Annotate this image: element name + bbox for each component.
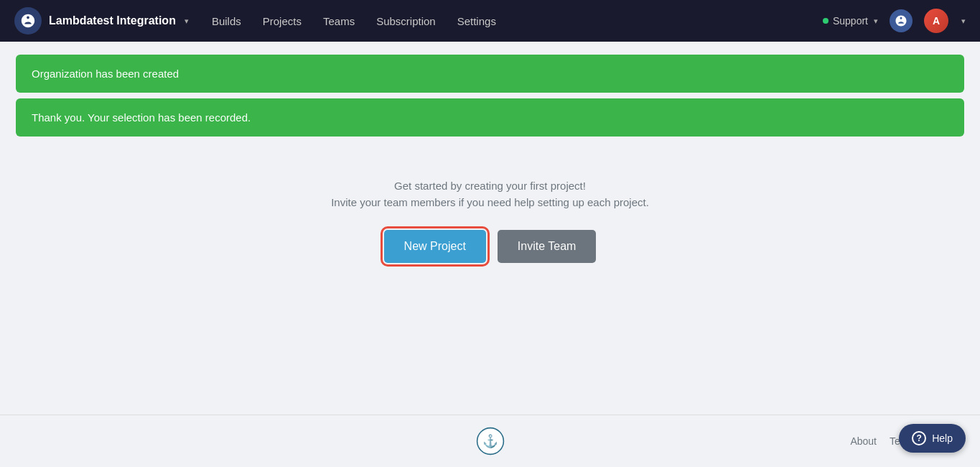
nav-user-anchor-icon[interactable] — [890, 9, 913, 32]
main-subtitle: Get started by creating your first proje… — [394, 180, 586, 192]
nav-links: Builds Projects Teams Subscription Setti… — [203, 11, 823, 32]
help-button[interactable]: ? Help — [899, 424, 966, 453]
nav-avatar[interactable]: A — [924, 9, 948, 33]
nav-link-projects[interactable]: Projects — [254, 11, 310, 32]
svg-text:⚓: ⚓ — [482, 433, 498, 449]
help-label: Help — [932, 433, 953, 444]
navbar: Lambdatest Integration ▾ Builds Projects… — [0, 0, 980, 42]
support-label: Support — [833, 15, 868, 27]
help-circle-icon: ? — [912, 431, 926, 445]
nav-brand-chevron[interactable]: ▾ — [185, 17, 189, 26]
main-content: Get started by creating your first proje… — [0, 137, 980, 292]
support-status-dot — [823, 18, 829, 24]
alerts-container: Organization has been created Thank you.… — [0, 42, 980, 137]
new-project-button[interactable]: New Project — [384, 230, 486, 263]
nav-support[interactable]: Support ▾ — [823, 15, 878, 27]
footer-logo-icon: ⚓ — [476, 427, 505, 456]
alert-selection-recorded: Thank you. Your selection has been recor… — [16, 98, 964, 137]
nav-link-settings[interactable]: Settings — [449, 11, 505, 32]
footer: ⚓ About Terms Privacy — [0, 415, 980, 467]
support-chevron: ▾ — [874, 17, 878, 26]
nav-right: Support ▾ A ▾ — [823, 9, 966, 33]
nav-brand-name: Lambdatest Integration — [49, 14, 176, 27]
nav-link-teams[interactable]: Teams — [314, 11, 363, 32]
alert-org-created: Organization has been created — [16, 55, 964, 93]
action-buttons: New Project Invite Team — [384, 230, 597, 263]
nav-link-builds[interactable]: Builds — [203, 11, 250, 32]
nav-logo[interactable]: Lambdatest Integration ▾ — [14, 7, 189, 34]
invite-team-button[interactable]: Invite Team — [498, 230, 597, 263]
nav-link-subscription[interactable]: Subscription — [368, 11, 444, 32]
nav-avatar-chevron[interactable]: ▾ — [961, 17, 966, 26]
logo-icon — [14, 7, 42, 34]
footer-about-link[interactable]: About — [850, 435, 877, 447]
main-description: Invite your team members if you need hel… — [331, 196, 649, 208]
